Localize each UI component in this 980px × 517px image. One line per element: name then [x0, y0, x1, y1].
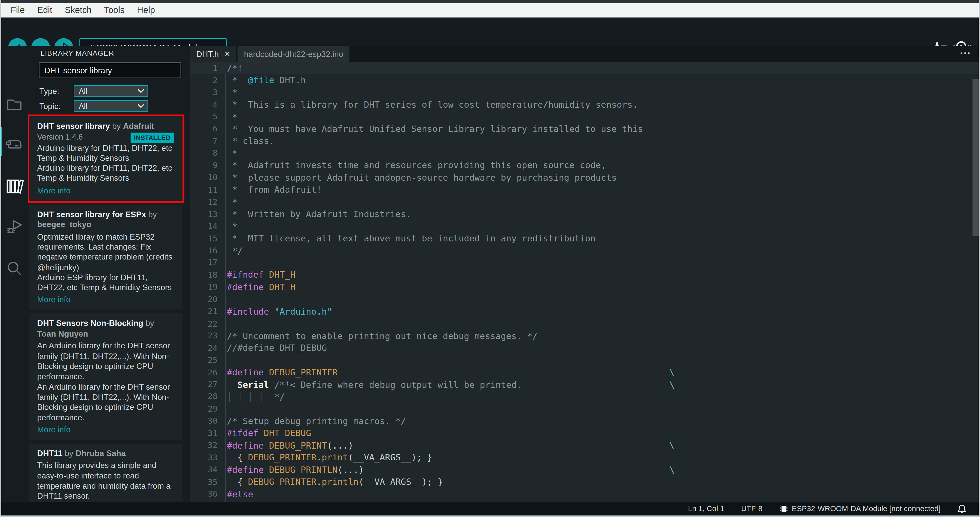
- line-text: /*!: [227, 63, 243, 73]
- token: [264, 440, 269, 450]
- board-status[interactable]: ESP32-WROOM-DA Module [not connected]: [780, 504, 941, 513]
- library-entry[interactable]: DHT sensor library for ESPx by beegee_to…: [29, 204, 182, 310]
- token: DEBUG_PRINTLN: [269, 465, 337, 475]
- cursor-position[interactable]: Ln 1, Col 1: [688, 504, 724, 513]
- code-line: 36#else: [190, 488, 980, 500]
- token: * from Adafruit!: [227, 185, 322, 195]
- line-continuation: \: [670, 367, 675, 377]
- token: .: [317, 477, 322, 487]
- token: #define: [227, 282, 264, 292]
- more-actions-button[interactable]: ···: [960, 46, 971, 62]
- circuit-board-icon: [6, 137, 23, 151]
- library-entry[interactable]: DHT11 by Dhruba SahaThis library provide…: [29, 444, 182, 503]
- code-line: 34#define DEBUG_PRINTLN(...)\: [190, 463, 980, 476]
- token: * You must have Adafruit Unified Sensor …: [227, 124, 643, 134]
- sidebar-item-boards-manager[interactable]: [6, 137, 23, 154]
- token: * MIT license, all text above must be in…: [227, 233, 595, 243]
- code-line: 21#include "Arduino.h": [190, 305, 980, 318]
- line-number: 29: [190, 404, 218, 413]
- menu-item-sketch[interactable]: Sketch: [59, 3, 98, 17]
- code-line: 11 * from Adafruit!: [190, 184, 980, 196]
- sidebar-item-sketchbook[interactable]: [6, 97, 23, 113]
- token: DEBUG_PRINT: [269, 440, 327, 450]
- toolbar: ✓ → ESP32-WROOM-DA Module ▾: [0, 18, 980, 46]
- token: DHT_H: [269, 270, 295, 280]
- code-line: 2 * @file DHT.h: [190, 74, 980, 86]
- line-number: 22: [190, 319, 218, 329]
- token: ); }: [422, 477, 443, 487]
- code-line: 24//#define DHT_DEBUG: [190, 342, 980, 354]
- sidebar-item-search[interactable]: [6, 260, 23, 277]
- library-name: DHT11: [37, 448, 62, 458]
- library-name: DHT sensor library: [37, 121, 110, 131]
- line-text: *: [227, 221, 237, 231]
- more-info-link[interactable]: More info: [37, 295, 175, 305]
- folder-icon: [6, 97, 23, 112]
- sidebar-item-library-manager[interactable]: [6, 179, 23, 195]
- code-line: 37#define DEBUG_PRINT(...)\: [190, 500, 980, 503]
- editor-scrollbar[interactable]: [973, 79, 979, 236]
- line-number: 36: [190, 489, 218, 499]
- token: (: [359, 477, 364, 487]
- bug-play-icon: [6, 219, 23, 235]
- library-entry-title: DHT11 by Dhruba Saha: [37, 448, 175, 459]
- line-text: *: [227, 148, 237, 158]
- tab-label: hardcoded-dht22-esp32.ino: [244, 49, 344, 58]
- line-text: #define DEBUG_PRINT(...): [227, 440, 353, 450]
- line-text: * MIT license, all text above must be in…: [227, 233, 595, 243]
- line-text: #define DEBUG_PRINTER: [227, 367, 337, 377]
- library-search-input[interactable]: [39, 62, 181, 78]
- tab-hardcoded-dht22-esp32.ino[interactable]: hardcoded-dht22-esp32.ino: [238, 46, 350, 62]
- library-author: Dhruba Saha: [75, 448, 126, 458]
- line-number: 31: [190, 428, 218, 438]
- token: *: [227, 87, 237, 97]
- line-number: 7: [190, 136, 218, 146]
- line-number: 8: [190, 148, 218, 158]
- code-line: 17: [190, 257, 980, 269]
- close-icon[interactable]: ✕: [224, 50, 230, 58]
- line-text: { DEBUG_PRINTER.println(__VA_ARGS__); }: [227, 477, 443, 487]
- code-line: 29: [190, 403, 980, 415]
- token: */: [227, 246, 243, 255]
- token: (...): [337, 465, 364, 475]
- library-description: Arduino library for DHT11, DHT22, etc Te…: [37, 143, 175, 184]
- window-border-bottom: [0, 515, 980, 517]
- menu-item-file[interactable]: File: [4, 3, 31, 17]
- line-number: 16: [190, 246, 218, 255]
- line-continuation: \: [670, 465, 675, 475]
- menu-item-help[interactable]: Help: [131, 3, 161, 17]
- notifications-button[interactable]: [958, 504, 966, 514]
- line-text: /* Uncomment to enable printing out nice…: [227, 331, 538, 341]
- token: [259, 428, 264, 438]
- chip-icon: [780, 505, 788, 513]
- line-number: 28: [190, 392, 218, 401]
- line-number: 14: [190, 222, 218, 231]
- library-entry[interactable]: DHT Sensors Non-Blocking by Toan NguyenA…: [29, 314, 182, 440]
- library-entry-title: DHT sensor library for ESPx by beegee_to…: [37, 209, 175, 230]
- token: *: [227, 75, 248, 85]
- topic-filter-select[interactable]: All: [74, 100, 148, 112]
- menu-item-edit[interactable]: Edit: [31, 3, 59, 17]
- library-author: Toan Nguyen: [37, 329, 88, 338]
- token: Serial: [237, 380, 269, 389]
- code-line: 30/* Setup debug printing macros. */: [190, 415, 980, 427]
- topic-filter-row: Topic: All: [39, 100, 183, 113]
- line-number: 1: [190, 63, 218, 73]
- encoding-label[interactable]: UTF-8: [741, 504, 762, 513]
- library-entry[interactable]: DHT sensor library by AdafruitVersion 1.…: [29, 116, 182, 201]
- code-editor[interactable]: 1/*!2 * @file DHT.h3 *4 * This is a libr…: [190, 62, 980, 503]
- more-info-link[interactable]: More info: [37, 185, 175, 195]
- tab-DHT.h[interactable]: DHT.h✕: [190, 46, 236, 62]
- token: #else: [227, 489, 253, 499]
- token: [227, 380, 237, 389]
- library-entry-title: DHT Sensors Non-Blocking by Toan Nguyen: [37, 319, 175, 339]
- token: * This is a library for DHT series of lo…: [227, 99, 638, 110]
- menu-item-tools[interactable]: Tools: [98, 3, 131, 17]
- sidebar-item-debugger[interactable]: [6, 219, 23, 236]
- type-filter-select[interactable]: All: [74, 85, 148, 97]
- more-info-link[interactable]: More info: [37, 424, 175, 434]
- library-list: DHT sensor library by AdafruitVersion 1.…: [28, 116, 190, 503]
- code-line: 26#define DEBUG_PRINTER\: [190, 366, 980, 378]
- code-line: 10 * please support Adafruit andopen-sou…: [190, 171, 980, 184]
- code-line: 13 * Written by Adafruit Industries.: [190, 208, 980, 220]
